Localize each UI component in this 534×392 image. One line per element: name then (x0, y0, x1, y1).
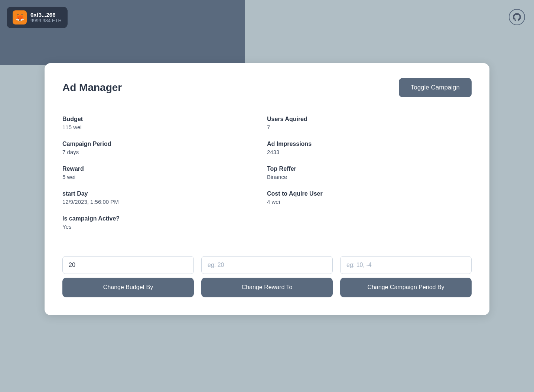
wallet-info: 0xf3...266 9999.984 ETH (30, 12, 62, 23)
stat-value-campaign-active: Yes (62, 223, 267, 230)
change-budget-button[interactable]: Change Budget By (62, 278, 194, 297)
stat-start-day: start Day 12/9/2023, 1:56:00 PM (62, 185, 267, 210)
stat-value-ad-impressions: 2433 (267, 149, 472, 155)
action-group-campaign-period: Change Campaign Period By (340, 256, 472, 297)
divider (62, 247, 472, 247)
wallet-balance: 9999.984 ETH (30, 18, 62, 23)
stat-empty (267, 210, 472, 235)
campaign-period-input[interactable] (340, 256, 472, 274)
change-campaign-period-button[interactable]: Change Campaign Period By (340, 278, 472, 297)
stat-top-reffer: Top Reffer Binance (267, 160, 472, 185)
change-reward-button[interactable]: Change Reward To (201, 278, 333, 297)
stat-value-campaign-period: 7 days (62, 149, 267, 155)
stat-campaign-active: Is campaign Active? Yes (62, 210, 267, 235)
wallet-badge[interactable]: 🦊 0xf3...266 9999.984 ETH (7, 7, 68, 28)
stat-label-start-day: start Day (62, 190, 267, 197)
action-group-budget: Change Budget By (62, 256, 194, 297)
reward-input[interactable] (201, 256, 333, 274)
card-header: Ad Manager Toggle Campaign (62, 78, 472, 97)
stat-reward: Reward 5 wei (62, 160, 267, 185)
stat-value-top-reffer: Binance (267, 174, 472, 180)
wallet-icon: 🦊 (13, 10, 27, 24)
budget-input[interactable] (62, 256, 194, 274)
stat-value-reward: 5 wei (62, 174, 267, 180)
stat-label-campaign-active: Is campaign Active? (62, 215, 267, 222)
stat-label-ad-impressions: Ad Impressions (267, 141, 472, 147)
stat-value-start-day: 12/9/2023, 1:56:00 PM (62, 199, 267, 205)
github-icon[interactable] (509, 9, 525, 25)
stat-ad-impressions: Ad Impressions 2433 (267, 135, 472, 160)
action-row: Change Budget By Change Reward To Change… (62, 256, 472, 297)
stat-label-campaign-period: Campaign Period (62, 141, 267, 147)
stat-campaign-period: Campaign Period 7 days (62, 135, 267, 160)
toggle-campaign-button[interactable]: Toggle Campaign (399, 78, 472, 97)
stat-users-aquired: Users Aquired 7 (267, 111, 472, 135)
stat-budget: Budget 115 wei (62, 111, 267, 135)
action-group-reward: Change Reward To (201, 256, 333, 297)
stat-value-users-aquired: 7 (267, 124, 472, 130)
stat-label-top-reffer: Top Reffer (267, 166, 472, 172)
wallet-address: 0xf3...266 (30, 12, 62, 18)
stat-value-cost-aquire: 4 wei (267, 199, 472, 205)
page-title: Ad Manager (62, 82, 122, 94)
stat-cost-aquire: Cost to Aquire User 4 wei (267, 185, 472, 210)
stat-label-cost-aquire: Cost to Aquire User (267, 190, 472, 197)
stat-label-users-aquired: Users Aquired (267, 116, 472, 122)
stat-label-budget: Budget (62, 116, 267, 122)
stat-label-reward: Reward (62, 166, 267, 172)
stats-grid: Budget 115 wei Users Aquired 7 Campaign … (62, 111, 472, 235)
main-card: Ad Manager Toggle Campaign Budget 115 we… (45, 63, 489, 315)
stat-value-budget: 115 wei (62, 124, 267, 130)
